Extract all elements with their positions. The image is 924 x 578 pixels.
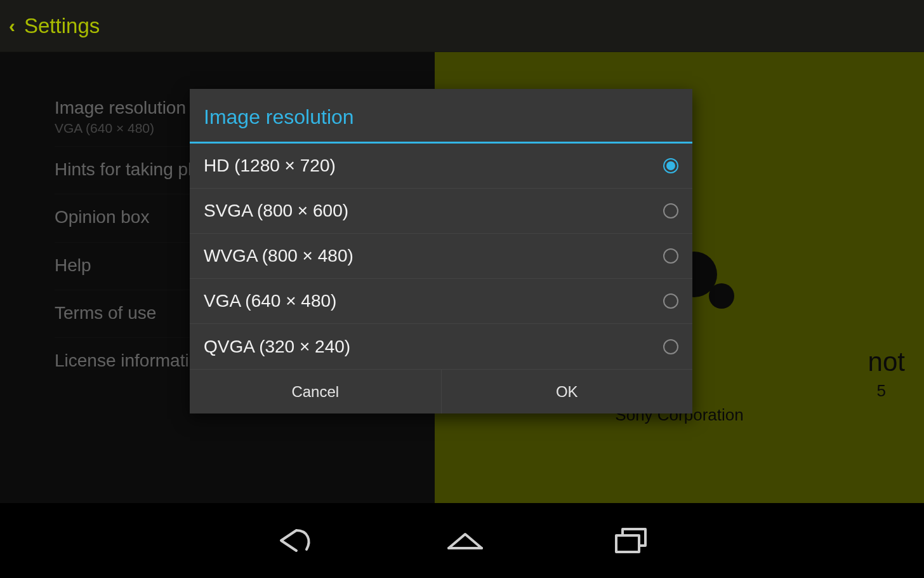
resolution-option-qvga[interactable]: QVGA (320 × 240) — [190, 324, 692, 369]
screen: ‹ Settings Image resolution VGA (640 × 4… — [0, 0, 924, 578]
option-label: HD (1280 × 720) — [204, 156, 336, 176]
about-version: 5 — [877, 381, 886, 401]
resolution-option-hd[interactable]: HD (1280 × 720) — [190, 144, 692, 189]
radio-icon — [663, 203, 678, 218]
dialog-button-bar: Cancel OK — [190, 369, 692, 413]
svg-rect-1 — [616, 535, 639, 552]
radio-icon — [663, 293, 678, 309]
cancel-button[interactable]: Cancel — [190, 370, 442, 413]
dialog-title: Image resolution — [190, 89, 692, 144]
option-label: SVGA (800 × 600) — [204, 201, 348, 221]
radio-icon — [663, 339, 678, 354]
navigation-bar — [0, 503, 924, 578]
back-icon[interactable]: ‹ — [9, 17, 19, 36]
about-app-name: not — [868, 347, 905, 377]
radio-icon — [663, 158, 678, 173]
nav-back-icon[interactable] — [274, 527, 317, 554]
resolution-option-wvga[interactable]: WVGA (800 × 480) — [190, 234, 692, 279]
resolution-option-vga[interactable]: VGA (640 × 480) — [190, 279, 692, 324]
page-title[interactable]: Settings — [24, 14, 100, 38]
app-logo-icon — [709, 283, 734, 309]
option-label: QVGA (320 × 240) — [204, 337, 350, 357]
image-resolution-dialog: Image resolution HD (1280 × 720) SVGA (8… — [190, 89, 692, 413]
resolution-option-svga[interactable]: SVGA (800 × 600) — [190, 189, 692, 234]
nav-recent-apps-icon[interactable] — [614, 527, 650, 554]
dialog-options-list: HD (1280 × 720) SVGA (800 × 600) WVGA (8… — [190, 144, 692, 369]
option-label: VGA (640 × 480) — [204, 291, 336, 311]
nav-home-icon[interactable] — [444, 528, 487, 553]
radio-icon — [663, 248, 678, 264]
option-label: WVGA (800 × 480) — [204, 246, 353, 266]
action-bar: ‹ Settings — [0, 0, 924, 52]
ok-button[interactable]: OK — [442, 370, 693, 413]
